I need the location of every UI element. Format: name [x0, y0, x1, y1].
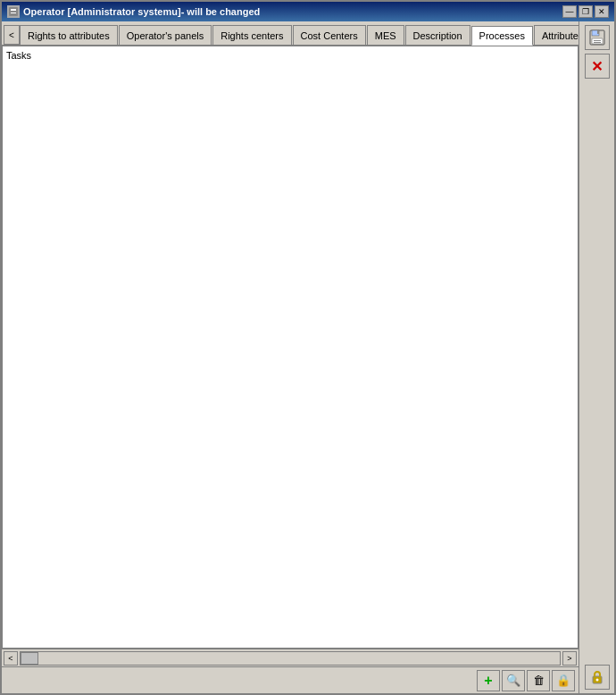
lock-icon: 🔒: [556, 674, 570, 687]
minimize-button[interactable]: —: [562, 5, 577, 18]
close-button[interactable]: ✕: [595, 5, 609, 18]
tab-rights-to-attributes[interactable]: Rights to attributes: [20, 25, 118, 45]
discard-button[interactable]: ✕: [585, 54, 610, 79]
save-button[interactable]: [585, 25, 610, 50]
search-icon: 🔍: [506, 674, 520, 687]
title-bar: Operator [Administrator systemu]- will b…: [2, 2, 614, 21]
tasks-list[interactable]: [6, 64, 574, 644]
delete-icon: 🗑: [533, 674, 545, 687]
plus-icon: +: [484, 673, 492, 689]
bottom-action-bar: + 🔍 🗑 🔒: [2, 666, 579, 693]
tab-processes[interactable]: Processes: [471, 26, 533, 46]
svg-rect-2: [11, 13, 16, 13]
title-bar-left: Operator [Administrator systemu]- will b…: [7, 5, 260, 18]
tab-description[interactable]: Description: [405, 25, 470, 45]
delete-button[interactable]: 🗑: [527, 670, 550, 691]
tab-mes[interactable]: MES: [367, 25, 404, 45]
main-panel: < Rights to attributes Operator's panels…: [2, 21, 579, 693]
svg-rect-7: [594, 40, 601, 41]
scroll-thumb[interactable]: [21, 652, 38, 665]
tab-content-processes: Tasks: [2, 46, 579, 649]
svg-point-10: [595, 679, 598, 682]
tab-attributes[interactable]: Attributes: [534, 25, 579, 45]
search-button[interactable]: 🔍: [502, 670, 525, 691]
tab-cost-centers[interactable]: Cost Centers: [293, 25, 366, 45]
lock-button[interactable]: 🔒: [552, 670, 575, 691]
tab-bar: < Rights to attributes Operator's panels…: [2, 21, 579, 46]
scroll-left-button[interactable]: <: [4, 651, 18, 666]
side-lock-button[interactable]: [585, 665, 610, 690]
window-title: Operator [Administrator systemu]- will b…: [23, 6, 260, 17]
app-icon: [7, 5, 20, 18]
side-panel: ✕: [579, 21, 614, 693]
x-icon: ✕: [591, 58, 603, 75]
add-button[interactable]: +: [477, 670, 500, 691]
tasks-label: Tasks: [6, 50, 574, 61]
tab-operators-panels[interactable]: Operator's panels: [119, 25, 212, 45]
svg-rect-1: [11, 9, 16, 11]
svg-rect-5: [597, 30, 599, 34]
scroll-right-button[interactable]: >: [562, 651, 577, 666]
restore-button[interactable]: ❐: [579, 5, 593, 18]
tab-rights-centers[interactable]: Rights centers: [212, 25, 291, 45]
svg-rect-0: [9, 7, 18, 16]
scroll-track[interactable]: [20, 651, 561, 666]
content-area: < Rights to attributes Operator's panels…: [2, 21, 614, 693]
side-bottom: [585, 665, 610, 690]
window-controls: — ❐ ✕: [562, 5, 609, 18]
horizontal-scrollbar: < >: [2, 649, 579, 666]
tab-scroll-left[interactable]: <: [4, 25, 20, 45]
main-window: Operator [Administrator systemu]- will b…: [0, 0, 616, 695]
side-lock-icon: [588, 668, 606, 686]
svg-rect-8: [594, 42, 601, 43]
floppy-disk-icon: [588, 29, 606, 46]
